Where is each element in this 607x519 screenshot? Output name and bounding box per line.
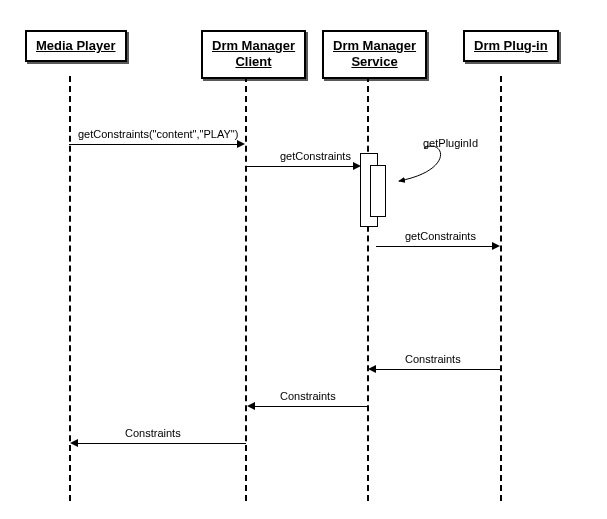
participant-drm-client: Drm Manager Client bbox=[201, 30, 306, 79]
participant-label: Media Player bbox=[36, 38, 116, 53]
arrow-head-right-icon bbox=[353, 162, 361, 170]
arrow-head-left-icon bbox=[70, 439, 78, 447]
arrow-line bbox=[69, 144, 239, 145]
participant-label: Drm Manager Service bbox=[333, 38, 416, 69]
arrow-line bbox=[375, 369, 500, 370]
participant-drm-plugin: Drm Plug-in bbox=[463, 30, 559, 62]
sequence-diagram: Media Player Drm Manager Client Drm Mana… bbox=[0, 0, 607, 519]
message-label: getConstraints("content","PLAY") bbox=[78, 128, 238, 140]
arrow-head-right-icon bbox=[237, 140, 245, 148]
message-label: Constraints bbox=[405, 353, 461, 365]
arrow-head-left-icon bbox=[247, 402, 255, 410]
message-label: getConstraints bbox=[405, 230, 476, 242]
self-call-arrow-icon bbox=[384, 140, 464, 200]
participant-drm-service: Drm Manager Service bbox=[322, 30, 427, 79]
lifeline-drm-service bbox=[367, 76, 369, 501]
arrow-line bbox=[246, 166, 356, 167]
lifeline-drm-client bbox=[245, 76, 247, 501]
arrow-head-right-icon bbox=[492, 242, 500, 250]
lifeline-drm-plugin bbox=[500, 76, 502, 501]
message-label: getConstraints bbox=[280, 150, 351, 162]
participant-label: Drm Plug-in bbox=[474, 38, 548, 53]
participant-label: Drm Manager Client bbox=[212, 38, 295, 69]
arrow-head-left-icon bbox=[368, 365, 376, 373]
arrow-line bbox=[254, 406, 368, 407]
lifeline-media-player bbox=[69, 76, 71, 501]
arrow-line bbox=[376, 246, 494, 247]
message-label: Constraints bbox=[125, 427, 181, 439]
participant-media-player: Media Player bbox=[25, 30, 127, 62]
arrow-line bbox=[78, 443, 246, 444]
message-label: Constraints bbox=[280, 390, 336, 402]
